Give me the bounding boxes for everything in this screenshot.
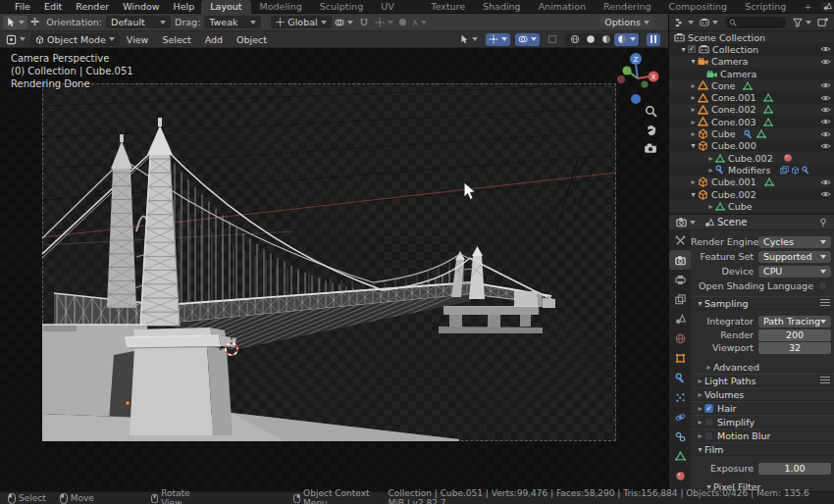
tab-output[interactable] (669, 270, 691, 289)
eye-icon[interactable] (820, 45, 831, 53)
snap-toggle[interactable] (356, 18, 372, 27)
tab-object[interactable] (669, 348, 691, 368)
pause-render-button[interactable] (647, 33, 660, 46)
integrator-dropdown[interactable]: Path Tracing (758, 316, 831, 328)
exposure-field[interactable]: 1.00 (758, 463, 831, 475)
outliner-search-input[interactable] (725, 17, 786, 28)
eye-icon[interactable] (820, 142, 831, 150)
pivot-point-button[interactable] (332, 18, 356, 27)
menu-render[interactable]: Render (69, 0, 116, 14)
active-tool-button[interactable] (3, 16, 27, 29)
shading-wireframe-button[interactable] (567, 33, 583, 46)
outliner-row-cube-002[interactable]: ▾ Cube.002 (669, 188, 834, 200)
workspace-tab-sculpting[interactable]: Sculpting (311, 0, 372, 14)
shading-material-button[interactable] (599, 33, 614, 46)
film-section[interactable]: ▾Film (691, 442, 834, 456)
feature-set-dropdown[interactable]: Supported (758, 251, 831, 263)
workspace-tab-uv-editing[interactable]: UV Editing (372, 0, 422, 14)
gizmos-toggle[interactable] (486, 33, 510, 46)
workspace-tab-compositing[interactable]: Compositing (660, 0, 737, 14)
menu-help[interactable]: Help (167, 0, 202, 14)
tab-view-layer[interactable] (669, 289, 691, 309)
outliner-row-cone[interactable]: ▸ Cone (669, 79, 834, 91)
outliner-row-cone-002[interactable]: ▸ Cone.002 (669, 104, 834, 116)
menu-add[interactable]: Add (198, 34, 230, 45)
outliner-row-cone-003[interactable]: ▸ Cone.003 (669, 116, 834, 127)
viewport-3d[interactable]: Camera Perspective (0) Collection | Cube… (0, 48, 668, 491)
sampling-section[interactable]: ▾Sampling (691, 296, 834, 310)
render-samples-field[interactable]: 200 (758, 329, 831, 341)
add-workspace-button[interactable]: + (795, 0, 820, 14)
shading-rendered-button[interactable] (614, 33, 639, 46)
outliner-row-camera[interactable]: ▾ Camera (669, 56, 834, 68)
eye-icon[interactable] (820, 130, 831, 138)
menu-view[interactable]: View (120, 34, 156, 45)
workspace-tab-texture-paint[interactable]: Texture Paint (422, 0, 474, 14)
snap-target-dropdown[interactable] (372, 18, 396, 27)
new-collection-button[interactable] (814, 17, 831, 27)
gizmo-neg-z-axis[interactable] (631, 94, 641, 104)
tab-constraints[interactable] (669, 427, 691, 446)
properties-editor-type-button[interactable] (673, 217, 699, 227)
tab-modifiers[interactable] (669, 368, 691, 387)
selectability-dropdown[interactable] (456, 33, 481, 46)
light-paths-section[interactable]: ▸Light Paths (691, 374, 834, 387)
light-paths-presets-icon[interactable] (820, 377, 830, 384)
menu-edit[interactable]: Edit (37, 0, 69, 14)
menu-file[interactable]: File (8, 0, 37, 14)
zoom-view-icon[interactable] (645, 105, 657, 118)
motion-blur-checkbox[interactable] (704, 431, 713, 440)
transform-pivot-dropdown[interactable]: Global (271, 16, 331, 28)
tab-material[interactable] (669, 466, 691, 485)
gizmo-neg-y-axis[interactable] (641, 80, 648, 87)
editor-type-button[interactable] (3, 34, 28, 45)
volumes-section[interactable]: ▸Volumes (691, 387, 834, 401)
menu-object[interactable]: Object (230, 34, 274, 45)
device-dropdown[interactable]: CPU (758, 266, 831, 277)
expand-arrow[interactable]: ▾ (679, 45, 688, 54)
advanced-section[interactable]: ▸Advanced (691, 360, 834, 374)
workspace-tab-modeling[interactable]: Modeling (251, 0, 311, 14)
outliner-row-collection[interactable]: ▾ ✓ Collection (669, 43, 834, 55)
render-engine-dropdown[interactable]: Cycles (758, 236, 831, 248)
expand-arrow[interactable]: ▾ (689, 57, 698, 66)
orientation-dropdown[interactable]: Default (106, 16, 171, 28)
eye-icon[interactable] (820, 106, 831, 114)
navigation-gizmo[interactable]: Z X (614, 49, 659, 112)
simplify-section[interactable]: ▸Simplify (691, 415, 834, 428)
motion-blur-section[interactable]: ▸Motion Blur (691, 428, 834, 442)
outliner-row-camera-data[interactable]: Camera (669, 68, 834, 79)
tab-scene[interactable] (669, 309, 691, 328)
shading-solid-button[interactable] (583, 33, 599, 46)
drag-dropdown[interactable]: Tweak (204, 16, 261, 28)
workspace-tab-layout[interactable]: Layout (201, 0, 250, 14)
hair-checkbox[interactable]: ✓ (704, 404, 713, 413)
outliner-filter-button[interactable] (790, 18, 814, 27)
workspace-tab-rendering[interactable]: Rendering (595, 0, 660, 14)
gizmo-y-axis[interactable] (622, 66, 631, 75)
outliner-row-modifiers[interactable]: ▸ Modifiers (669, 164, 834, 176)
tab-world[interactable] (669, 328, 691, 348)
hair-section[interactable]: ▸✓Hair (691, 401, 834, 415)
eye-icon[interactable] (820, 94, 831, 102)
outliner-row-scene-collection[interactable]: Scene Collection (669, 31, 834, 43)
menu-select[interactable]: Select (155, 34, 197, 45)
eye-icon[interactable] (820, 178, 831, 186)
overlays-toggle[interactable] (515, 33, 540, 46)
osl-checkbox[interactable] (818, 281, 827, 290)
pin-icon[interactable] (818, 218, 828, 227)
menu-window[interactable]: Window (116, 0, 166, 14)
pan-view-icon[interactable] (645, 124, 657, 136)
tab-particles[interactable] (669, 387, 691, 407)
eye-icon[interactable] (820, 190, 831, 198)
eye-icon[interactable] (820, 81, 831, 89)
proportional-editing-toggle[interactable] (396, 19, 409, 25)
eye-icon[interactable] (820, 58, 831, 66)
outliner-row-cube-000[interactable]: ▾ Cube.000 (669, 140, 834, 152)
outliner-row-cube-001[interactable]: ▸ Cube.001 (669, 176, 834, 188)
simplify-checkbox[interactable] (704, 418, 713, 427)
workspace-tab-animation[interactable]: Animation (530, 0, 595, 14)
eye-icon[interactable] (820, 118, 831, 126)
tab-object-data[interactable] (669, 446, 691, 466)
camera-view-icon[interactable] (644, 142, 657, 154)
